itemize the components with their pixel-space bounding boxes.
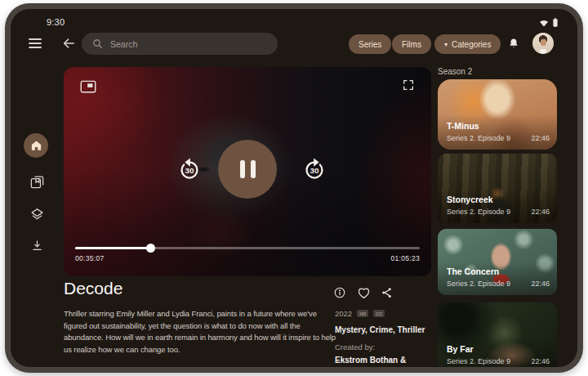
episode-subtitle: Series 2. Episode 9 <box>447 134 510 142</box>
play-pause-button[interactable] <box>218 140 277 199</box>
forward-30-button[interactable]: 30 <box>300 154 329 184</box>
sidebar-item-browse[interactable] <box>28 205 46 223</box>
sidebar-item-downloads[interactable] <box>28 236 46 254</box>
created-by-label: Created by: <box>335 342 441 351</box>
layers-icon <box>29 207 45 222</box>
status-bar-clock: 9:30 <box>47 17 65 27</box>
synopsis-text: Thriller starring Emily Miller and Lydia… <box>64 308 336 356</box>
status-bar-icons <box>539 18 558 27</box>
sidebar-item-library[interactable] <box>28 172 46 190</box>
fullscreen-button[interactable] <box>402 78 416 92</box>
back-button[interactable] <box>61 36 78 51</box>
episode-duration: 22:46 <box>531 357 550 365</box>
season-label: Season 2 <box>438 67 472 76</box>
time-row: 00:35:07 01:05:23 <box>75 254 420 262</box>
metadata-panel: 2022 HD CC Mystery, Crime, Thriller Crea… <box>335 309 441 367</box>
pause-icon <box>240 160 245 178</box>
progress-thumb[interactable] <box>146 244 155 253</box>
progress-fill <box>75 247 151 249</box>
progress-track[interactable] <box>75 247 420 249</box>
home-icon <box>30 140 42 151</box>
episode-meta: Series 2. Episode 9 22:46 <box>447 208 550 216</box>
episode-title: T-Minus <box>447 121 479 131</box>
sidebar-item-home[interactable] <box>24 133 48 158</box>
filter-chip-categories[interactable]: ▾ Categories <box>434 34 501 54</box>
bell-icon <box>507 37 522 51</box>
chip-label: Categories <box>452 40 491 49</box>
genres-text: Mystery, Crime, Thriller <box>335 325 441 334</box>
video-player[interactable]: 30 30 00:35:07 01:05:23 <box>64 67 431 276</box>
cc-badge: CC <box>373 310 385 317</box>
episode-duration: 22:46 <box>531 280 550 288</box>
search-placeholder: Search <box>110 39 137 49</box>
episode-subtitle: Series 2. Episode 9 <box>447 208 510 216</box>
download-icon <box>30 239 44 253</box>
episode-card-stonycreek[interactable]: Stonycreek Series 2. Episode 9 22:46 <box>438 154 557 223</box>
info-button[interactable] <box>333 285 347 299</box>
bookmark-collections-icon <box>29 174 45 190</box>
episode-card-by-far[interactable]: By Far Series 2. Episode 9 22:46 <box>438 302 557 367</box>
episode-card-the-concern[interactable]: The Concern Series 2. Episode 9 22:46 <box>438 229 557 295</box>
page-title: Decode <box>64 279 122 298</box>
caret-down-icon: ▾ <box>444 41 448 48</box>
episode-duration: 22:46 <box>531 134 550 142</box>
notifications-button[interactable] <box>507 36 522 51</box>
filter-chip-series[interactable]: Series <box>349 34 391 54</box>
episode-title: The Concern <box>447 266 499 276</box>
filter-chip-films[interactable]: Films <box>392 34 431 54</box>
favorite-button[interactable] <box>357 285 371 299</box>
episode-card-t-minus[interactable]: T-Minus Series 2. Episode 9 22:46 <box>438 79 557 150</box>
menu-button[interactable] <box>28 36 44 51</box>
wifi-icon <box>539 19 549 27</box>
creator-name: Ekstrom Bothan & <box>335 355 441 365</box>
search-icon <box>92 38 103 49</box>
skip-seconds-label: 30 <box>310 166 319 175</box>
app-screen: 9:30 Search Series Films <box>11 9 577 367</box>
episode-meta: Series 2. Episode 9 22:46 <box>447 357 550 365</box>
avatar[interactable] <box>532 33 554 54</box>
episode-duration: 22:46 <box>531 208 550 216</box>
episode-subtitle: Series 2. Episode 9 <box>447 280 510 288</box>
duration-label: 01:05:23 <box>391 254 421 262</box>
release-year: 2022 <box>335 309 352 318</box>
skip-seconds-label: 30 <box>185 166 194 175</box>
episode-title: By Far <box>447 344 474 354</box>
title-actions <box>333 285 394 299</box>
replay-30-button[interactable]: 30 <box>175 154 204 184</box>
chip-label: Films <box>402 40 421 49</box>
picture-in-picture-button[interactable] <box>80 79 98 94</box>
battery-icon <box>553 18 558 27</box>
episode-subtitle: Series 2. Episode 9 <box>447 357 510 365</box>
tablet-mockup: 9:30 Search Series Films <box>0 0 588 376</box>
episode-title: Stonycreek <box>447 195 493 204</box>
hd-badge: HD <box>357 310 368 317</box>
episode-meta: Series 2. Episode 9 22:46 <box>447 280 550 288</box>
search-input[interactable]: Search <box>82 33 278 55</box>
chip-label: Series <box>359 40 381 49</box>
current-time-label: 00:35:07 <box>75 254 105 262</box>
episode-meta: Series 2. Episode 9 22:46 <box>447 134 550 142</box>
share-button[interactable] <box>381 285 394 299</box>
